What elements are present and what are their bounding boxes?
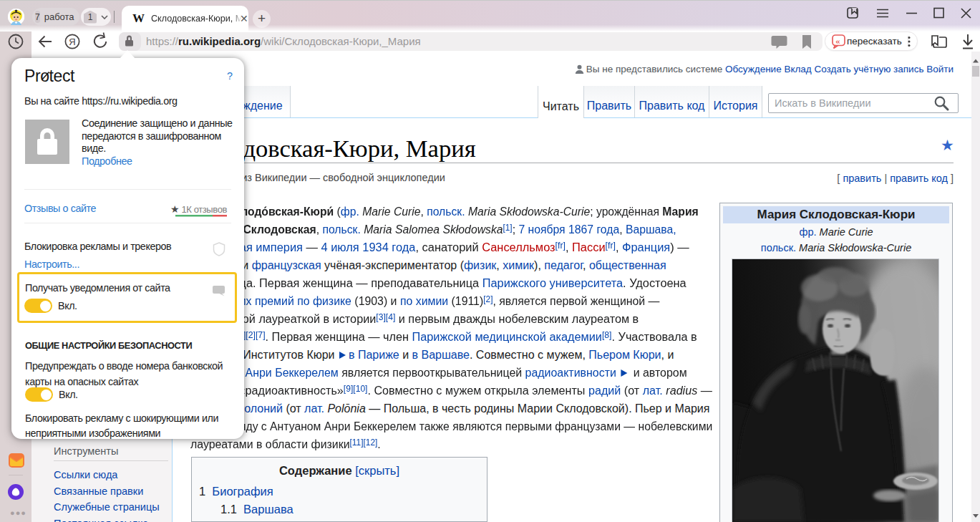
- svg-text:Я: Я: [69, 37, 75, 47]
- svg-text:«: «: [835, 35, 840, 46]
